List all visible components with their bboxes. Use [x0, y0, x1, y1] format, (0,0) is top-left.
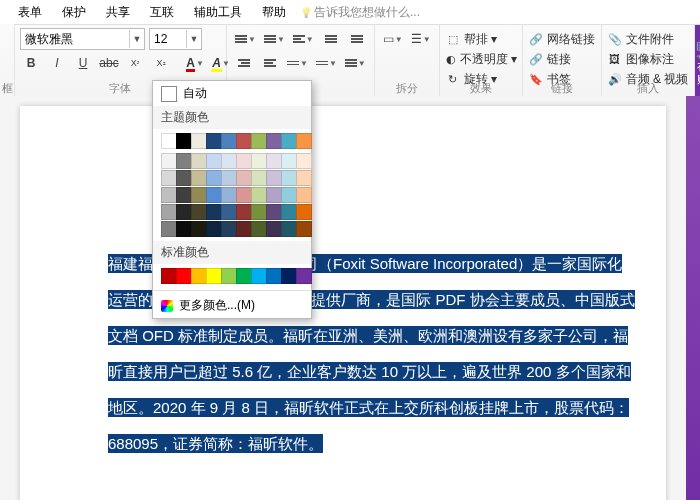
color-swatch[interactable] — [236, 187, 252, 203]
color-swatch[interactable] — [176, 187, 192, 203]
attach-file-button[interactable]: 📎文件附件 — [608, 29, 689, 49]
color-swatch[interactable] — [161, 170, 177, 186]
color-swatch[interactable] — [236, 170, 252, 186]
italic-button[interactable]: I — [46, 53, 68, 73]
color-swatch[interactable] — [191, 153, 207, 169]
color-swatch[interactable] — [176, 153, 192, 169]
color-swatch[interactable] — [176, 268, 192, 284]
menu-share[interactable]: 共享 — [96, 0, 140, 24]
color-swatch[interactable] — [206, 153, 222, 169]
arrange-button[interactable]: ⬚帮排 ▾ — [446, 29, 516, 49]
opacity-button[interactable]: ◐不透明度 ▾ — [446, 49, 516, 69]
color-swatch[interactable] — [206, 221, 222, 237]
color-swatch[interactable] — [281, 204, 297, 220]
color-swatch[interactable] — [221, 170, 237, 186]
split-button[interactable]: ▭▼ — [381, 29, 405, 49]
color-swatch[interactable] — [176, 221, 192, 237]
font-color-button[interactable]: A▼ — [184, 53, 206, 73]
font-name-input[interactable] — [21, 30, 129, 48]
color-swatch[interactable] — [251, 187, 267, 203]
color-swatch[interactable] — [221, 187, 237, 203]
color-swatch[interactable] — [296, 268, 312, 284]
color-swatch[interactable] — [296, 187, 312, 203]
color-swatch[interactable] — [221, 133, 237, 149]
color-swatch[interactable] — [206, 133, 222, 149]
color-swatch[interactable] — [281, 153, 297, 169]
color-swatch[interactable] — [161, 187, 177, 203]
color-swatch[interactable] — [296, 204, 312, 220]
color-swatch[interactable] — [266, 170, 282, 186]
color-swatch[interactable] — [251, 170, 267, 186]
color-swatch[interactable] — [206, 170, 222, 186]
color-swatch[interactable] — [251, 133, 267, 149]
color-swatch[interactable] — [191, 187, 207, 203]
color-swatch[interactable] — [281, 268, 297, 284]
bold-button[interactable]: B — [20, 53, 42, 73]
color-swatch[interactable] — [161, 204, 177, 220]
menu-help[interactable]: 帮助 — [252, 0, 296, 24]
align-button[interactable]: ▼ — [291, 29, 316, 49]
font-name-combo[interactable]: ▼ — [20, 28, 145, 50]
color-swatch[interactable] — [236, 268, 252, 284]
menu-connect[interactable]: 互联 — [140, 0, 184, 24]
indent-decrease-button[interactable] — [233, 53, 255, 73]
font-size-combo[interactable]: ▼ — [149, 28, 202, 50]
color-swatch[interactable] — [281, 170, 297, 186]
color-swatch[interactable] — [281, 187, 297, 203]
color-swatch[interactable] — [191, 221, 207, 237]
chevron-down-icon[interactable]: ▼ — [186, 30, 201, 48]
color-swatch[interactable] — [236, 133, 252, 149]
color-swatch[interactable] — [221, 268, 237, 284]
color-swatch[interactable] — [251, 204, 267, 220]
color-swatch[interactable] — [161, 133, 177, 149]
color-swatch[interactable] — [266, 187, 282, 203]
color-swatch[interactable] — [206, 204, 222, 220]
color-swatch[interactable] — [266, 133, 282, 149]
color-swatch[interactable] — [236, 153, 252, 169]
color-swatch[interactable] — [266, 153, 282, 169]
more-colors[interactable]: 更多颜色...(M) — [153, 293, 311, 318]
color-swatch[interactable] — [266, 204, 282, 220]
chevron-down-icon[interactable]: ▼ — [129, 30, 144, 48]
color-swatch[interactable] — [236, 204, 252, 220]
menu-accessibility[interactable]: 辅助工具 — [184, 0, 252, 24]
strikethrough-button[interactable]: abc — [98, 53, 120, 73]
color-swatch[interactable] — [266, 268, 282, 284]
weblink-button[interactable]: 🔗网络链接 — [529, 29, 595, 49]
color-auto[interactable]: 自动 — [153, 81, 311, 106]
color-swatch[interactable] — [251, 268, 267, 284]
indent-increase-button[interactable] — [259, 53, 281, 73]
bullets-button[interactable]: ▼ — [233, 29, 258, 49]
justify-button[interactable] — [346, 29, 368, 49]
color-swatch[interactable] — [266, 221, 282, 237]
color-swatch[interactable] — [161, 268, 177, 284]
color-swatch[interactable] — [191, 268, 207, 284]
color-swatch[interactable] — [191, 170, 207, 186]
color-swatch[interactable] — [191, 133, 207, 149]
underline-button[interactable]: U — [72, 53, 94, 73]
color-swatch[interactable] — [176, 204, 192, 220]
color-swatch[interactable] — [221, 204, 237, 220]
online-purchase-button[interactable]: 🛒 在线购买 — [695, 25, 700, 97]
link-button[interactable]: 🔗链接 — [529, 49, 595, 69]
color-swatch[interactable] — [191, 204, 207, 220]
color-swatch[interactable] — [296, 221, 312, 237]
color-swatch[interactable] — [176, 133, 192, 149]
color-swatch[interactable] — [161, 221, 177, 237]
color-swatch[interactable] — [161, 153, 177, 169]
menu-form[interactable]: 表单 — [8, 0, 52, 24]
color-swatch[interactable] — [236, 221, 252, 237]
color-swatch[interactable] — [206, 268, 222, 284]
tell-me-hint[interactable]: 告诉我您想做什么... — [300, 4, 420, 21]
color-swatch[interactable] — [296, 170, 312, 186]
color-swatch[interactable] — [221, 153, 237, 169]
color-swatch[interactable] — [296, 133, 312, 149]
spacing-before-button[interactable]: ▼ — [285, 53, 310, 73]
color-swatch[interactable] — [251, 221, 267, 237]
numbering-button[interactable]: ▼ — [262, 29, 287, 49]
menu-protect[interactable]: 保护 — [52, 0, 96, 24]
color-swatch[interactable] — [296, 153, 312, 169]
subscript-button[interactable]: X — [150, 53, 172, 73]
color-swatch[interactable] — [281, 221, 297, 237]
merge-button[interactable]: ☰▼ — [409, 29, 433, 49]
